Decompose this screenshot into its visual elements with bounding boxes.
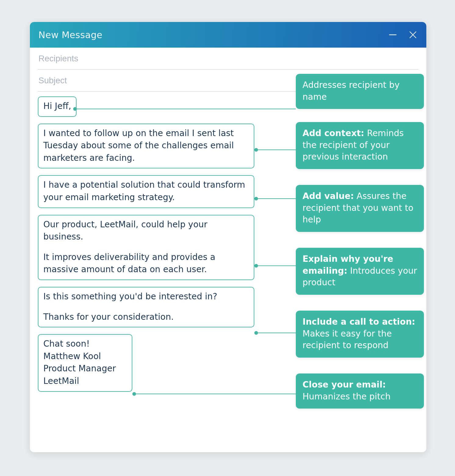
connector-6 <box>134 394 296 394</box>
sig-line-3: Product Manager <box>43 362 127 375</box>
callout-add-context: Add context: Reminds the recipient of yo… <box>296 122 424 169</box>
sig-line-2: Matthew Kool <box>43 350 127 363</box>
callout-explain-why: Explain why you're emailing: Introduces … <box>296 248 424 295</box>
context-text: I wanted to follow up on the email I sen… <box>43 127 249 164</box>
minimize-icon[interactable] <box>387 29 399 41</box>
connector-1 <box>75 109 296 109</box>
cta-block: Is this something you'd be interested in… <box>38 287 254 327</box>
signature-block: Chat soon! Matthew Kool Product Manager … <box>38 334 132 391</box>
cta-text-1: Is this something you'd be interested in… <box>43 290 249 303</box>
callout-1-text: Addresses recipient by name <box>303 80 399 102</box>
salutation-block: Hi Jeff, <box>38 96 77 117</box>
sig-line-1: Chat soon! <box>43 338 127 350</box>
value-block: I have a potential solution that could t… <box>38 175 254 208</box>
context-block: I wanted to follow up on the email I sen… <box>38 124 254 169</box>
callout-6-text: Humanizes the pitch <box>303 391 391 402</box>
cta-text-2: Thanks for your consideration. <box>43 311 249 323</box>
callout-2-bold: Add context: <box>303 128 364 138</box>
callout-6-bold: Close your email: <box>303 380 386 390</box>
callout-3-bold: Add value: <box>303 191 354 201</box>
window-titlebar: New Message <box>30 22 426 48</box>
window-title: New Message <box>38 30 102 40</box>
callout-call-to-action: Include a call to action: Makes it easy … <box>296 311 424 358</box>
callout-address-by-name: Addresses recipient by name <box>296 74 424 109</box>
callout-close-email: Close your email: Humanizes the pitch <box>296 373 424 409</box>
callout-5-text: Makes it easy for the recipient to respo… <box>303 329 392 351</box>
connector-2 <box>256 150 296 150</box>
why-text-2: It improves deliverability and provides … <box>43 251 249 276</box>
recipients-input[interactable] <box>38 53 418 64</box>
why-block: Our product, LeetMail, could help your b… <box>38 215 254 280</box>
salutation-text: Hi Jeff, <box>43 100 71 113</box>
value-text: I have a potential solution that could t… <box>43 179 249 204</box>
why-text-1: Our product, LeetMail, could help your b… <box>43 218 249 243</box>
connector-4 <box>256 265 296 266</box>
connector-5 <box>256 333 296 333</box>
close-icon[interactable] <box>407 29 419 41</box>
callout-add-value: Add value: Assures the recipient that yo… <box>296 185 424 232</box>
callout-5-bold: Include a call to action: <box>303 317 415 327</box>
sig-line-4: LeetMail <box>43 375 127 388</box>
recipients-field-row <box>38 48 418 70</box>
connector-3 <box>256 198 296 199</box>
